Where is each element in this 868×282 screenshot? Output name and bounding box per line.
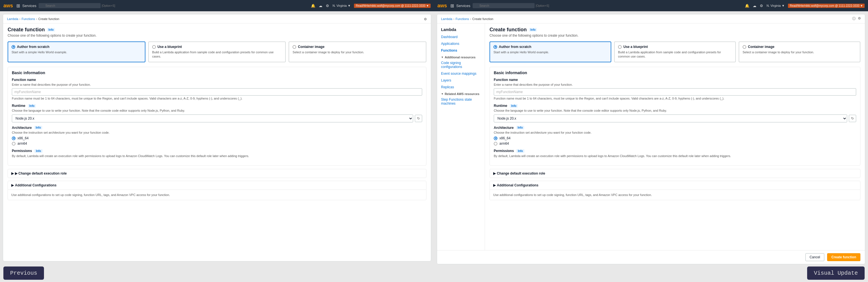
breadcrumb-lambda-right[interactable]: Lambda: [441, 17, 452, 21]
settings-icon-left[interactable]: ⚙: [326, 4, 329, 8]
permissions-field-right: Permissions Info By default, Lambda will…: [494, 149, 856, 159]
breadcrumb-functions-left[interactable]: Functions: [22, 17, 35, 21]
runtime-info-left[interactable]: Info: [28, 104, 36, 108]
runtime-info-right[interactable]: Info: [510, 104, 518, 108]
arch-arm-left[interactable]: arm64: [12, 142, 422, 145]
card-author-desc-right: Start with a simple Hello World example.: [493, 50, 607, 54]
sidebar-item-dashboard[interactable]: Dashboard: [437, 33, 485, 40]
search-wrap-left: [Option+S]: [39, 3, 115, 8]
radio-arm-left[interactable]: [12, 142, 16, 145]
info-tag-left[interactable]: Info: [47, 28, 55, 32]
aws-logo-left: aws: [3, 3, 13, 9]
radio-blueprint-right[interactable]: [618, 45, 622, 49]
basic-info-title-right: Basic information: [494, 70, 856, 75]
runtime-select-right[interactable]: Node.js 20.x: [494, 114, 847, 122]
card-blueprint-right[interactable]: Use a blueprint Build a Lambda applicati…: [614, 41, 736, 62]
sidebar-additional-resources-header: ▼ Additional resources: [437, 54, 485, 59]
right-panel-main: Lambda Dashboard Applications Functions …: [437, 23, 865, 250]
right-nav-bar: aws ⊞ Services [Option+S] 🔔 ☁ ⚙ N. Virgi…: [434, 0, 868, 11]
arch-x86-left[interactable]: x86_64: [12, 136, 422, 140]
change-default-role-header-right[interactable]: ▶ Change default execution role: [490, 169, 860, 178]
right-panel: aws ⊞ Services [Option+S] 🔔 ☁ ⚙ N. Virgi…: [434, 0, 868, 282]
architecture-info-left[interactable]: Info: [34, 126, 42, 130]
panel-topbar-icons-left: ⚙: [424, 16, 427, 22]
runtime-refresh-btn-left[interactable]: ↻: [415, 115, 422, 122]
function-name-hint-left: Function name must be 1 to 64 characters…: [12, 96, 422, 101]
cloud-icon-left[interactable]: ☁: [319, 4, 322, 8]
radio-container-right[interactable]: [743, 45, 746, 49]
sidebar-item-replicas[interactable]: Replicas: [437, 84, 485, 90]
radio-blueprint-left[interactable]: [152, 45, 156, 49]
function-name-input-right[interactable]: [494, 88, 856, 95]
sidebar-item-code-signing[interactable]: Code signing configurations: [437, 59, 485, 70]
radio-author-right[interactable]: [493, 45, 497, 49]
region-left[interactable]: N. Virginia ▼: [333, 4, 351, 7]
card-container-right[interactable]: Container image Select a container image…: [739, 41, 860, 62]
sidebar-item-functions[interactable]: Functions: [437, 47, 485, 54]
breadcrumb-functions-right[interactable]: Functions: [456, 17, 469, 21]
toggle-additional-icon: ▼: [441, 56, 443, 59]
search-input-left[interactable]: [39, 3, 101, 8]
architecture-label-right: Architecture Info: [494, 126, 856, 130]
search-input-right[interactable]: [473, 3, 535, 8]
card-author-right[interactable]: Author from scratch Start with a simple …: [490, 41, 611, 62]
arch-arm-right[interactable]: arm64: [494, 142, 856, 145]
card-container-label-left: Container image: [298, 45, 324, 49]
architecture-info-right[interactable]: Info: [516, 126, 524, 130]
additional-configs-header-right[interactable]: ▶ Additional Configurations: [490, 181, 860, 190]
additional-configs-label-left: Additional Configurations: [15, 183, 56, 187]
radio-x86-left[interactable]: [12, 137, 16, 140]
account-right[interactable]: Read/Write/nikki.wolf@mycorp.com @ 1111-…: [788, 4, 865, 8]
runtime-select-wrap-left: Node.js 20.x ↻: [12, 114, 422, 122]
card-author-left[interactable]: Author from scratch Start with a simple …: [8, 41, 146, 62]
cancel-button[interactable]: Cancel: [805, 253, 824, 261]
radio-x86-right[interactable]: [494, 137, 497, 140]
create-function-button[interactable]: Create function: [827, 253, 860, 261]
change-default-role-right: ▶ Change default execution role: [490, 169, 860, 178]
sidebar-item-applications[interactable]: Applications: [437, 40, 485, 47]
bell-icon-left[interactable]: 🔔: [311, 4, 315, 8]
right-content-wrap: Lambda › Functions › Create function ⓘ ⚙…: [434, 11, 868, 264]
function-name-field-right: Function name Enter a name that describe…: [494, 78, 856, 101]
settings-icon-panel-right[interactable]: ⚙: [858, 16, 861, 21]
cloud-icon-right[interactable]: ☁: [753, 4, 756, 8]
card-blueprint-left[interactable]: Use a blueprint Build a Lambda applicati…: [148, 41, 286, 62]
runtime-desc-right: Choose the language to use to write your…: [494, 109, 856, 113]
sidebar-item-step-functions[interactable]: Step Functions state machines: [437, 96, 485, 107]
radio-container-left[interactable]: [292, 45, 296, 49]
additional-configs-header-left[interactable]: ▶ Additional Configurations: [8, 181, 426, 190]
function-name-desc-right: Enter a name that describes the purpose …: [494, 83, 856, 87]
region-right[interactable]: N. Virginia ▼: [767, 4, 785, 7]
services-btn-right[interactable]: Services: [456, 4, 470, 8]
arch-x86-right[interactable]: x86_64: [494, 136, 856, 140]
additional-configs-body-left: Use additional configurations to set up …: [8, 190, 426, 200]
account-left[interactable]: Read/Write/nikki.wolf@mycorp.com @ 1111-…: [354, 4, 431, 8]
card-container-left[interactable]: Container image Select a container image…: [288, 41, 426, 62]
bell-icon-right[interactable]: 🔔: [745, 4, 749, 8]
services-btn-left[interactable]: Services: [22, 4, 36, 8]
settings-icon-panel-left[interactable]: ⚙: [424, 17, 427, 21]
chevron-right-icon-left: ▶: [11, 171, 14, 175]
permissions-label-left: Permissions Info: [12, 149, 422, 153]
option-cards-left: Author from scratch Start with a simple …: [8, 41, 426, 62]
info-icon-panel-right[interactable]: ⓘ: [852, 16, 856, 21]
permissions-info-right[interactable]: Info: [516, 149, 524, 153]
change-default-role-header-left[interactable]: ▶ ▶ Change default execution role: [8, 169, 426, 178]
breadcrumb-lambda-left[interactable]: Lambda: [7, 17, 18, 21]
sidebar-item-event-source[interactable]: Event source mappings: [437, 70, 485, 77]
page-subtitle-left: Choose one of the following options to c…: [8, 33, 426, 37]
radio-arm-right[interactable]: [494, 142, 497, 145]
right-panel-topbar: Lambda › Functions › Create function ⓘ ⚙: [437, 15, 865, 23]
page-title-text-left: Create function: [8, 27, 45, 33]
runtime-refresh-btn-right[interactable]: ↻: [849, 115, 856, 122]
radio-author-left[interactable]: [11, 45, 15, 49]
function-name-input-left[interactable]: [12, 88, 422, 95]
settings-icon-right[interactable]: ⚙: [760, 4, 763, 8]
runtime-select-wrap-right: Node.js 20.x ↻: [494, 114, 856, 122]
architecture-field-left: Architecture Info Choose the instruction…: [12, 126, 422, 145]
sidebar-item-layers[interactable]: Layers: [437, 77, 485, 84]
info-tag-right[interactable]: Info: [529, 28, 537, 32]
card-container-desc-right: Select a container image to deploy for y…: [743, 50, 857, 54]
runtime-select-left[interactable]: Node.js 20.x: [12, 114, 413, 122]
permissions-info-left[interactable]: Info: [34, 149, 42, 153]
